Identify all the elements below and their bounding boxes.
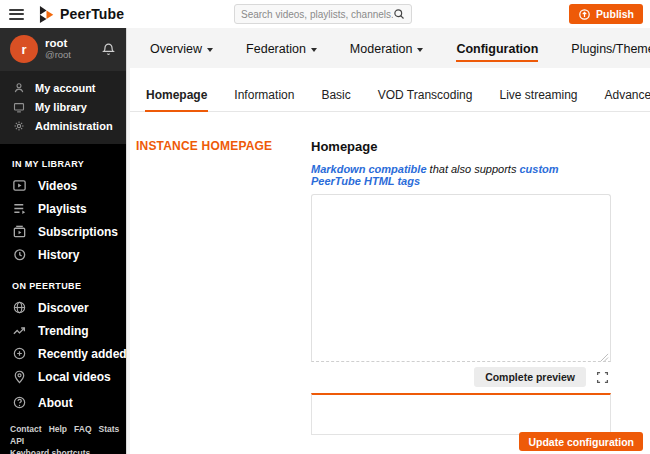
sidebar-item-label: Local videos <box>38 370 111 384</box>
sidebar-item-subscriptions[interactable]: Subscriptions <box>0 220 130 243</box>
nav-item-moderation[interactable]: Moderation <box>350 40 424 56</box>
footer-link-keyboard-shortcuts[interactable]: Keyboard shortcuts <box>10 448 90 454</box>
notifications-bell-icon[interactable] <box>101 42 116 57</box>
homepage-form: INSTANCE HOMEPAGE Homepage Markdown comp… <box>130 112 650 435</box>
maximize-editor-button[interactable] <box>596 371 609 384</box>
nav-item-label: Plugins/Themes <box>571 42 650 56</box>
fullscreen-icon <box>596 371 609 384</box>
hamburger-menu-icon[interactable] <box>9 6 24 22</box>
sidebar-item-playlists[interactable]: Playlists <box>0 197 130 220</box>
instance-homepage-label: INSTANCE HOMEPAGE <box>136 139 311 435</box>
upload-icon <box>578 8 591 21</box>
nav-item-overview[interactable]: Overview <box>150 40 213 56</box>
tab-basic[interactable]: Basic <box>320 88 351 111</box>
hint-middle-text: that also supports <box>427 163 520 175</box>
brand-title: PeerTube <box>60 6 124 22</box>
admin-nav: Overview Federation Moderation Configura… <box>130 28 650 68</box>
nav-item-federation[interactable]: Federation <box>246 40 317 56</box>
markdown-hint: Markdown compatible that also supports c… <box>311 163 611 187</box>
footer-link-faq[interactable]: FAQ <box>74 424 91 434</box>
playlists-icon <box>12 201 27 216</box>
sidebar-bottom: About Contact Help FAQ Stats API Keyboar… <box>0 391 130 454</box>
chevron-down-icon <box>417 48 423 52</box>
peertube-logo-icon[interactable] <box>39 6 54 23</box>
configuration-tabs: Homepage Information Basic VOD Transcodi… <box>130 88 650 112</box>
section-title-on-peertube: ON PEERTUBE <box>0 266 130 296</box>
plus-circle-icon <box>12 346 27 361</box>
subscriptions-icon <box>12 224 27 239</box>
nav-item-plugins-themes[interactable]: Plugins/Themes <box>571 40 650 56</box>
sidebar-item-label: About <box>38 396 73 410</box>
trending-icon <box>12 323 27 338</box>
sidebar-item-label: Subscriptions <box>38 225 118 239</box>
globe-icon <box>12 300 27 315</box>
avatar[interactable]: r <box>10 35 38 63</box>
sidebar-item-label: History <box>38 248 79 262</box>
search-bar <box>234 4 412 24</box>
user-block: r root @root <box>0 28 130 71</box>
main-content: Overview Federation Moderation Configura… <box>130 28 650 454</box>
nav-item-label: Federation <box>246 42 306 56</box>
footer-link-api[interactable]: API <box>10 436 24 446</box>
tab-homepage[interactable]: Homepage <box>145 88 208 112</box>
sidebar-item-trending[interactable]: Trending <box>0 319 130 342</box>
tab-information[interactable]: Information <box>233 88 295 111</box>
sidebar: r root @root <box>0 28 130 454</box>
update-configuration-button[interactable]: Update configuration <box>519 432 643 451</box>
sidebar-item-about[interactable]: About <box>0 391 130 414</box>
peertube-app: PeerTube Publish r root <box>0 0 650 454</box>
nav-item-label: Moderation <box>350 42 413 56</box>
nav-item-label: Overview <box>150 42 202 56</box>
sidebar-item-recently-added[interactable]: Recently added <box>0 342 130 365</box>
user-handle: @root <box>45 50 101 61</box>
account-menu: My account My library Adm <box>0 71 130 144</box>
complete-preview-button[interactable]: Complete preview <box>474 367 586 387</box>
markdown-editor: Complete preview <box>311 194 611 435</box>
sidebar-item-my-library[interactable]: My library <box>0 97 130 116</box>
question-circle-icon <box>12 395 27 410</box>
top-header: PeerTube Publish <box>0 0 650 28</box>
chevron-down-icon <box>311 48 317 52</box>
sidebar-item-label: Videos <box>38 179 77 193</box>
sidebar-item-videos[interactable]: Videos <box>0 174 130 197</box>
preview-panel <box>311 393 611 435</box>
sidebar-item-history[interactable]: History <box>0 243 130 266</box>
search-input[interactable] <box>241 9 393 20</box>
publish-button[interactable]: Publish <box>569 4 643 24</box>
footer-link-contact[interactable]: Contact <box>10 424 42 434</box>
homepage-textarea[interactable] <box>311 194 611 362</box>
footer-link-help[interactable]: Help <box>49 424 67 434</box>
sidebar-item-label: My account <box>35 82 96 94</box>
homepage-field-label: Homepage <box>311 139 611 154</box>
markdown-compatible-link[interactable]: Markdown compatible <box>311 163 427 175</box>
videos-icon <box>12 178 27 193</box>
sidebar-item-label: Administration <box>35 120 113 132</box>
user-icon <box>13 82 25 94</box>
sidebar-item-my-account[interactable]: My account <box>0 78 130 97</box>
sidebar-footer-links: Contact Help FAQ Stats API <box>0 414 130 448</box>
publish-label: Publish <box>596 8 634 20</box>
tab-live-streaming[interactable]: Live streaming <box>498 88 578 111</box>
library-icon <box>13 101 25 113</box>
chevron-down-icon <box>207 48 213 52</box>
sidebar-item-administration[interactable]: Administration <box>0 116 130 135</box>
section-title-in-my-library: IN MY LIBRARY <box>0 144 130 174</box>
history-icon <box>12 247 27 262</box>
tab-advanced[interactable]: Advanced <box>604 88 650 111</box>
nav-item-configuration[interactable]: Configuration <box>456 40 538 62</box>
sidebar-footer-links-row2: Keyboard shortcuts <box>0 448 130 454</box>
sidebar-item-local-videos[interactable]: Local videos <box>0 365 130 388</box>
sidebar-item-label: Playlists <box>38 202 87 216</box>
sidebar-item-label: Recently added <box>38 347 127 361</box>
gear-icon <box>13 120 25 132</box>
sidebar-item-label: Discover <box>38 301 89 315</box>
search-icon[interactable] <box>393 8 405 20</box>
sidebar-item-discover[interactable]: Discover <box>0 296 130 319</box>
editor-controls: Complete preview <box>311 362 611 393</box>
tab-vod-transcoding[interactable]: VOD Transcoding <box>377 88 474 111</box>
sidebar-item-label: Trending <box>38 324 89 338</box>
footer-link-stats[interactable]: Stats <box>99 424 120 434</box>
nav-item-label: Configuration <box>456 42 538 56</box>
sidebar-item-label: My library <box>35 101 87 113</box>
pin-icon <box>12 369 27 384</box>
